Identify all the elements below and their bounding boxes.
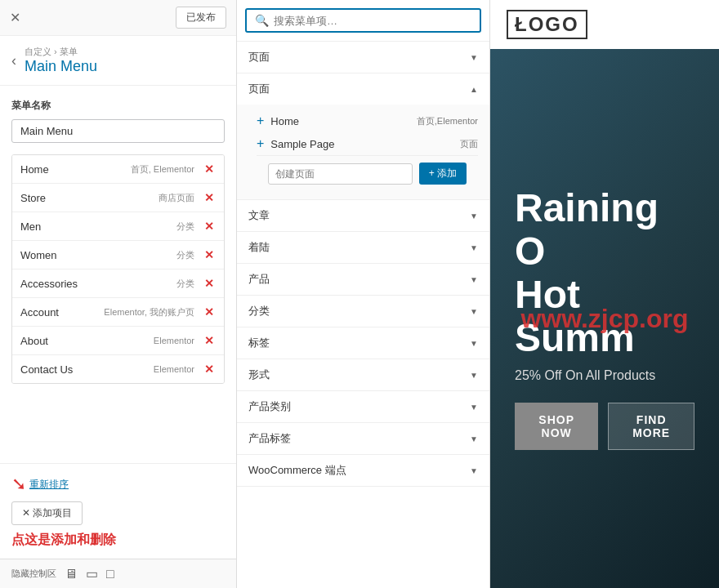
page-item-sample: + Sample Page 页面	[257, 132, 478, 155]
annotation-text: 点这是添加和删除	[11, 532, 225, 549]
menu-item-name: Men	[20, 220, 176, 233]
tags-header[interactable]: 标签 ▼	[237, 327, 489, 359]
home-badge: 首页,Elementor	[417, 115, 478, 127]
pages-label: 页面	[248, 82, 270, 96]
category-header[interactable]: 分类 ▼	[237, 296, 489, 327]
search-wrapper: 🔍	[245, 8, 481, 33]
articles-section: 文章 ▼	[237, 200, 489, 232]
bottom-actions: ➘ 重新排序 ✕ 添加项目 点这是添加和删除	[0, 463, 236, 559]
menu-item-type: 分类	[176, 220, 194, 233]
menu-item-row: AboutElementor✕	[12, 327, 224, 355]
add-page-label: + 添加	[429, 167, 457, 180]
menu-item-name: Women	[20, 249, 176, 261]
site-logo: ŁOGO	[507, 10, 587, 39]
product-tags-section: 产品标签 ▼	[237, 423, 489, 455]
middle-panel: 🔍 页面 ▼ 页面 ▲ + Home 首页,Elementor	[237, 0, 490, 588]
menu-item-delete-button[interactable]: ✕	[203, 248, 216, 261]
menu-item-name: Accessories	[20, 278, 176, 290]
custom-link-header[interactable]: 页面 ▼	[237, 42, 489, 73]
product-categories-arrow: ▼	[470, 403, 478, 412]
menu-item-row: Men分类✕	[12, 212, 224, 241]
menu-items-list: Home首页, Elementor✕Store商店页面✕Men分类✕Women分…	[11, 154, 225, 384]
menu-item-row: Accessories分类✕	[12, 270, 224, 298]
menu-item-name: Home	[20, 163, 131, 176]
reorder-button[interactable]: 重新排序	[29, 478, 69, 492]
menu-item-type: Elementor, 我的账户页	[104, 306, 194, 318]
close-button[interactable]: ✕	[10, 10, 20, 25]
custom-link-arrow: ▼	[470, 53, 478, 62]
find-more-button[interactable]: FIND MORE	[608, 403, 694, 450]
left-panel: ✕ 已发布 ‹ 自定义 › 菜单 Main Menu 菜单名称 Home首页, …	[0, 0, 237, 588]
menu-item-delete-button[interactable]: ✕	[203, 305, 216, 318]
add-page-button[interactable]: + 添加	[419, 163, 467, 185]
add-item-button[interactable]: ✕ 添加项目	[11, 501, 83, 525]
woo-endpoints-header[interactable]: WooCommerce 端点 ▼	[237, 455, 489, 486]
hero-title: Raining OHot Summ	[515, 187, 694, 359]
breadcrumb-path: 自定义 › 菜单	[25, 46, 97, 58]
arrow-annotation: ➘ 重新排序	[11, 474, 225, 495]
action-buttons: ✕ 添加项目	[11, 501, 225, 525]
menu-item-delete-button[interactable]: ✕	[203, 277, 216, 290]
woo-endpoints-section: WooCommerce 端点 ▼	[237, 455, 489, 487]
add-sample-icon[interactable]: +	[257, 136, 264, 151]
panel-content: 菜单名称 Home首页, Elementor✕Store商店页面✕Men分类✕W…	[0, 86, 236, 463]
product-categories-header[interactable]: 产品类别 ▼	[237, 391, 489, 422]
site-hero: Raining OHot Summ 25% Off On All Product…	[490, 49, 719, 588]
product-tags-label: 产品标签	[248, 431, 291, 446]
menu-item-delete-button[interactable]: ✕	[203, 163, 216, 176]
product-categories-section: 产品类别 ▼	[237, 391, 489, 423]
search-input[interactable]	[274, 15, 471, 27]
tablet-icon[interactable]: ▭	[86, 566, 98, 581]
woo-endpoints-arrow: ▼	[470, 466, 478, 475]
mobile-icon[interactable]: □	[106, 567, 114, 581]
products-section: 产品 ▼	[237, 264, 489, 296]
custom-link-label: 页面	[248, 50, 270, 65]
add-home-icon[interactable]: +	[257, 114, 264, 128]
landing-header[interactable]: 着陆 ▼	[237, 232, 489, 263]
product-tags-arrow: ▼	[470, 434, 478, 443]
breadcrumb-area: ‹ 自定义 › 菜单 Main Menu	[0, 36, 236, 86]
menu-item-delete-button[interactable]: ✕	[203, 220, 216, 233]
menu-item-type: 分类	[176, 278, 194, 290]
category-label: 分类	[248, 304, 270, 318]
products-arrow: ▼	[470, 275, 478, 284]
products-label: 产品	[248, 272, 270, 287]
back-button[interactable]: ‹	[11, 52, 16, 69]
menu-item-row: Contact UsElementor✕	[12, 355, 224, 383]
tags-arrow: ▼	[470, 339, 478, 348]
menu-name-label: 菜单名称	[11, 99, 225, 113]
right-panel: ŁOGO Raining OHot Summ 25% Off On All Pr…	[490, 0, 719, 588]
pages-section: 页面 ▲ + Home 首页,Elementor + Sample Page 页…	[237, 74, 489, 200]
woo-endpoints-label: WooCommerce 端点	[248, 463, 346, 478]
articles-header[interactable]: 文章 ▼	[237, 200, 489, 231]
menu-item-name: Store	[20, 192, 159, 204]
published-button[interactable]: 已发布	[176, 7, 226, 29]
products-header[interactable]: 产品 ▼	[237, 264, 489, 295]
desktop-icon[interactable]: 🖥	[65, 567, 78, 581]
menu-title: Main Menu	[25, 58, 97, 75]
menu-item-delete-button[interactable]: ✕	[203, 191, 216, 204]
shop-now-button[interactable]: SHOP NOW	[515, 403, 598, 450]
create-page-input[interactable]	[268, 163, 413, 185]
menu-item-name: Contact Us	[20, 363, 154, 376]
bottom-toolbar: 隐藏控制区 🖥 ▭ □	[0, 559, 236, 588]
search-icon: 🔍	[255, 14, 269, 27]
pages-header[interactable]: 页面 ▲	[237, 74, 489, 105]
sample-badge: 页面	[460, 138, 478, 150]
custom-link-section: 页面 ▼	[237, 42, 489, 74]
middle-scrollable: 页面 ▼ 页面 ▲ + Home 首页,Elementor + Sample P…	[237, 42, 489, 588]
product-tags-header[interactable]: 产品标签 ▼	[237, 423, 489, 454]
menu-item-delete-button[interactable]: ✕	[203, 363, 216, 376]
menu-item-type: Elementor	[154, 364, 194, 374]
hide-controls-label: 隐藏控制区	[11, 568, 56, 580]
forms-header[interactable]: 形式 ▼	[237, 359, 489, 390]
articles-label: 文章	[248, 208, 270, 223]
forms-arrow: ▼	[470, 371, 478, 380]
menu-item-delete-button[interactable]: ✕	[203, 334, 216, 347]
page-item-home: + Home 首页,Elementor	[257, 109, 478, 132]
menu-item-type: 商店页面	[159, 192, 194, 204]
hero-subtitle: 25% Off On All Products	[515, 368, 694, 383]
red-arrow-icon: ➘	[11, 474, 26, 495]
menu-name-input[interactable]	[11, 119, 225, 143]
menu-item-row: AccountElementor, 我的账户页✕	[12, 298, 224, 327]
